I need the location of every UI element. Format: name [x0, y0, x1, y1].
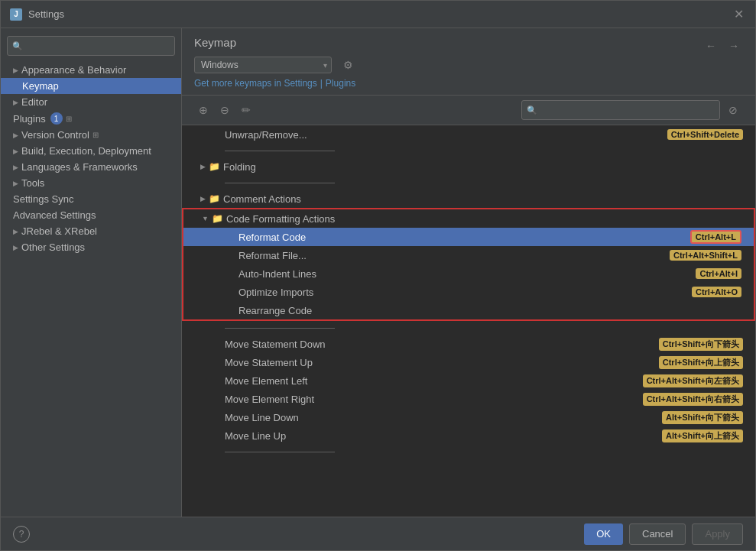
folding-section-header[interactable]: ▶ 📁 Folding — [182, 157, 755, 176]
dialog-body: 🔍 ▶ Appearance & Behavior Keymap ▶ Edito… — [1, 28, 755, 517]
sidebar-item-tools[interactable]: ▶ Tools — [1, 175, 181, 191]
item-label: Move Element Right — [225, 394, 637, 405]
title-bar: J Settings ✕ — [1, 1, 755, 28]
sidebar-item-other[interactable]: ▶ Other Settings — [1, 239, 181, 255]
sidebar-item-keymap[interactable]: Keymap — [1, 78, 181, 94]
list-item[interactable]: Move Element Left Ctrl+Alt+Shift+向左箭头 — [182, 371, 755, 390]
sidebar-item-label: Version Control — [21, 129, 89, 141]
plugins-badge: 1 — [50, 112, 63, 125]
sidebar-item-label: JRebel & XRebel — [21, 225, 97, 237]
code-formatting-section-header[interactable]: ▼ 📁 Code Formatting Actions — [183, 209, 754, 228]
sidebar-search-box[interactable]: 🔍 — [7, 36, 175, 56]
edit-shortcut-button[interactable]: ✏ — [237, 101, 255, 119]
key-badge: Ctrl+Shift+向上箭头 — [659, 356, 743, 369]
list-item[interactable]: Move Statement Down Ctrl+Shift+向下箭头 — [182, 335, 755, 353]
app-icon: J — [10, 8, 22, 21]
sidebar-item-label: Tools — [21, 177, 44, 189]
sidebar-item-jrebel[interactable]: ▶ JRebel & XRebel — [1, 223, 181, 239]
sidebar-item-settings-sync[interactable]: Settings Sync — [1, 191, 181, 207]
nav-back-button[interactable]: ← — [702, 37, 720, 55]
item-label: Optimize Imports — [238, 287, 686, 298]
main-content: Keymap ← → Windows ▾ ⚙ G — [182, 28, 755, 517]
keymap-settings-button[interactable]: ⚙ — [338, 55, 358, 75]
item-label: Rearrange Code — [238, 305, 741, 316]
cancel-button[interactable]: Cancel — [629, 523, 686, 545]
chevron-right-icon: ▶ — [13, 228, 18, 235]
chevron-down-icon[interactable]: ▼ — [202, 215, 209, 222]
sidebar-item-label: Appearance & Behavior — [21, 64, 126, 76]
key-badge: Ctrl+Shift+Delete — [667, 129, 743, 140]
item-label: Move Line Up — [225, 430, 656, 442]
keymap-search-input[interactable] — [540, 105, 715, 115]
sidebar-item-advanced[interactable]: Advanced Settings — [1, 207, 181, 223]
chevron-right-icon: ▶ — [13, 99, 18, 106]
list-separator: ———————————— — [182, 321, 755, 335]
list-item[interactable]: Move Element Right Ctrl+Alt+Shift+向右箭头 — [182, 390, 755, 408]
key-badge: Ctrl+Alt+Shift+向右箭头 — [643, 393, 743, 406]
get-more-keymaps-link[interactable]: Get more keymaps in Settings — [194, 78, 317, 89]
dialog-footer: ? OK Cancel Apply — [1, 517, 755, 550]
item-label: Move Line Down — [225, 412, 656, 423]
sidebar-item-label: Keymap — [22, 80, 59, 92]
search-icon: 🔍 — [527, 105, 537, 115]
sidebar-item-build[interactable]: ▶ Build, Execution, Deployment — [1, 143, 181, 159]
item-label: Move Statement Down — [225, 339, 653, 350]
sidebar-item-label: Plugins — [13, 113, 46, 125]
list-item[interactable]: Move Line Up Alt+Shift+向上箭头 — [182, 426, 755, 445]
chevron-right-icon: ▶ — [13, 180, 18, 187]
toolbar-search-box[interactable]: 🔍 — [521, 100, 720, 120]
toolbar-row: ⊕ ⊖ ✏ 🔍 ⊘ — [182, 96, 755, 125]
chevron-right-icon: ▶ — [13, 244, 18, 251]
help-button[interactable]: ? — [13, 526, 30, 543]
dialog-title: Settings — [28, 8, 731, 20]
section-label: Code Formatting Actions — [226, 213, 754, 225]
apply-button[interactable]: Apply — [692, 523, 743, 545]
list-item[interactable]: Reformat File... Ctrl+Alt+Shift+L — [183, 246, 754, 264]
ok-button[interactable]: OK — [584, 523, 623, 545]
key-badge: Ctrl+Alt+Shift+L — [670, 250, 741, 261]
page-title: Keymap — [194, 36, 236, 49]
sidebar-item-label: Editor — [21, 96, 47, 108]
list-item[interactable]: Unwrap/Remove... Ctrl+Shift+Delete — [182, 125, 755, 144]
list-item[interactable]: Reformat Code Ctrl+Alt+L — [183, 228, 754, 246]
comment-actions-section-header[interactable]: ▶ 📁 Comment Actions — [182, 190, 755, 208]
sidebar-search-input[interactable] — [26, 41, 170, 51]
section-label: Folding — [223, 161, 755, 173]
settings-dialog: J Settings ✕ 🔍 ▶ Appearance & Behavior K… — [0, 0, 756, 551]
nav-forward-button[interactable]: → — [725, 37, 743, 55]
list-item[interactable]: Move Line Down Alt+Shift+向下箭头 — [182, 408, 755, 426]
list-item[interactable]: Move Statement Up Ctrl+Shift+向上箭头 — [182, 353, 755, 371]
sidebar-item-editor[interactable]: ▶ Editor — [1, 94, 181, 110]
chevron-right-icon[interactable]: ▶ — [200, 163, 206, 170]
list-item[interactable]: Rearrange Code — [183, 301, 754, 319]
sidebar-item-plugins[interactable]: Plugins 1 ⊞ — [1, 110, 181, 127]
chevron-right-icon: ▶ — [13, 147, 18, 155]
chevron-right-icon[interactable]: ▶ — [200, 195, 206, 203]
key-badge: Ctrl+Alt+O — [692, 287, 741, 297]
add-shortcut-button[interactable]: ⊕ — [194, 101, 213, 119]
sidebar-item-appearance[interactable]: ▶ Appearance & Behavior — [1, 62, 181, 78]
sidebar-item-label: Settings Sync — [13, 193, 74, 205]
list-separator: ———————————— — [182, 176, 755, 190]
sidebar-item-languages[interactable]: ▶ Languages & Frameworks — [1, 159, 181, 175]
remove-shortcut-button[interactable]: ⊖ — [216, 101, 234, 119]
filter-button[interactable]: ⊘ — [723, 100, 743, 120]
sidebar-item-version-control[interactable]: ▶ Version Control ⊞ — [1, 127, 181, 143]
plugins-link[interactable]: Plugins — [326, 78, 355, 89]
list-item[interactable]: Auto-Indent Lines Ctrl+Alt+I — [183, 264, 754, 283]
keymap-dropdown[interactable]: Windows — [194, 57, 332, 73]
chevron-right-icon: ▶ — [13, 131, 18, 139]
item-label: Reformat Code — [238, 232, 684, 243]
sidebar-search-icon: 🔍 — [12, 41, 23, 51]
chevron-right-icon: ▶ — [13, 164, 18, 171]
grid-icon: ⊞ — [66, 115, 72, 123]
key-badge: Ctrl+Alt+I — [696, 268, 741, 279]
key-badge: Alt+Shift+向上箭头 — [662, 429, 743, 442]
sidebar-item-label: Languages & Frameworks — [21, 161, 138, 173]
list-item[interactable]: Optimize Imports Ctrl+Alt+O — [183, 283, 754, 301]
key-list: Unwrap/Remove... Ctrl+Shift+Delete —————… — [182, 125, 755, 517]
key-badge: Alt+Shift+向下箭头 — [662, 411, 743, 424]
item-label: Move Statement Up — [225, 357, 653, 368]
link-separator: | — [320, 78, 323, 89]
close-button[interactable]: ✕ — [731, 7, 746, 21]
